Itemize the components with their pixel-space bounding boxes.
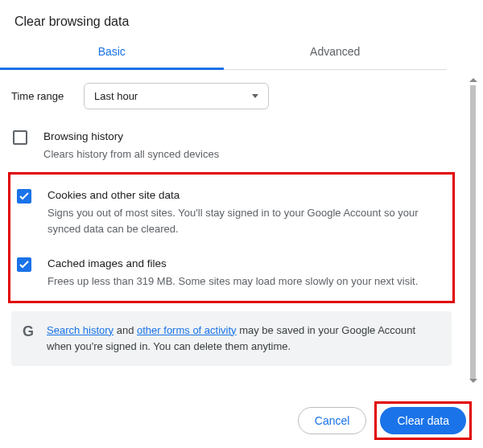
tab-advanced[interactable]: Advanced [224,37,448,69]
link-other-activity[interactable]: other forms of activity [137,324,237,336]
google-icon: G [23,323,34,340]
info-text: Search history and other forms of activi… [47,323,440,355]
time-range-dropdown[interactable]: Last hour [84,83,269,109]
option-text: Browsing history Clears history from all… [43,129,450,162]
time-range-label: Time range [11,90,84,102]
google-account-info: G Search history and other forms of acti… [11,311,452,366]
check-icon [19,192,29,200]
highlight-clear-button: Clear data [374,401,472,440]
option-desc: Signs you out of most sites. You'll stay… [47,205,446,236]
option-title: Cookies and other site data [47,187,446,203]
highlight-options-box: Cookies and other site data Signs you ou… [8,172,455,303]
option-title: Browsing history [43,129,450,145]
option-browsing-history: Browsing history Clears history from all… [11,124,452,167]
checkbox-cookies[interactable] [17,189,31,203]
dialog-footer: Cancel Clear data [298,401,472,440]
clear-browsing-data-dialog: Clear browsing data Basic Advanced Time … [0,0,483,448]
dialog-content: Time range Last hour Browsing history Cl… [0,70,463,388]
scrollbar[interactable] [463,70,483,388]
checkbox-cache[interactable] [17,257,31,272]
dialog-title: Clear browsing data [0,0,483,37]
option-text: Cookies and other site data Signs you ou… [47,187,446,236]
scroll-up-icon[interactable] [469,78,477,82]
checkbox-browsing-history[interactable] [13,130,27,145]
option-cache: Cached images and files Frees up less th… [15,249,448,293]
check-icon [19,261,29,269]
scroll-down-icon[interactable] [469,379,477,383]
option-title: Cached images and files [47,256,446,272]
chevron-down-icon [252,94,258,98]
content-wrap: Time range Last hour Browsing history Cl… [0,70,483,388]
info-mid: and [114,324,137,336]
option-cookies: Cookies and other site data Signs you ou… [15,181,448,249]
clear-data-button[interactable]: Clear data [380,407,466,434]
tab-strip: Basic Advanced [0,37,447,70]
time-range-value: Last hour [94,90,138,102]
time-range-row: Time range Last hour [11,83,452,109]
scroll-track[interactable] [470,85,476,379]
cancel-button[interactable]: Cancel [298,407,367,434]
tab-basic[interactable]: Basic [0,37,224,70]
link-search-history[interactable]: Search history [47,324,114,336]
option-desc: Clears history from all synced devices [43,146,450,162]
option-text: Cached images and files Frees up less th… [47,256,446,290]
option-desc: Frees up less than 319 MB. Some sites ma… [47,273,446,290]
scroll-thumb[interactable] [470,85,476,379]
